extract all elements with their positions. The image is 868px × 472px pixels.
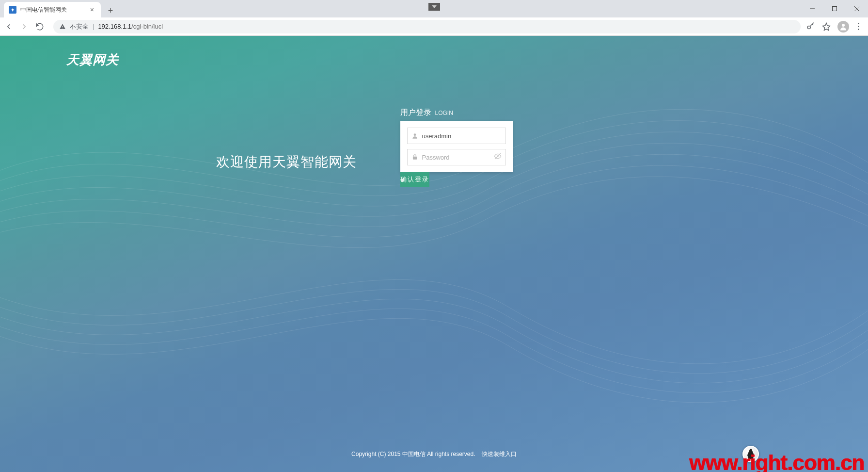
- welcome-heading: 欢迎使用天翼智能网关: [216, 124, 357, 171]
- lock-icon: [408, 154, 422, 161]
- toggle-password-visibility-icon[interactable]: [494, 152, 502, 162]
- nav-forward-icon[interactable]: [19, 22, 29, 32]
- tab-title: 中国电信智能网关: [20, 6, 67, 14]
- browser-tab[interactable]: ✦ 中国电信智能网关 ×: [4, 2, 101, 17]
- url-path: /cgi-bin/luci: [131, 23, 163, 30]
- svg-rect-1: [833, 7, 837, 11]
- user-icon: [408, 132, 422, 139]
- brand-text: 天翼网关: [66, 51, 119, 68]
- url-host: 192.168.1.1: [98, 23, 131, 30]
- svg-point-8: [413, 133, 416, 136]
- insecure-warning-icon: [59, 23, 66, 30]
- login-title: 用户登录 LOGIN: [400, 108, 513, 118]
- svg-rect-4: [62, 26, 63, 27]
- password-row: [407, 149, 506, 165]
- page-body: 天翼网关 欢迎使用天翼智能网关 用户登录 LOGIN: [0, 36, 868, 472]
- footer-copyright: Copyright (C) 2015 中国电信 All rights reser…: [351, 451, 475, 457]
- watermark-text: www.right.com.cn: [689, 451, 864, 472]
- browser-tab-strip: ✦ 中国电信智能网关 × +: [0, 0, 868, 17]
- username-row: [407, 128, 506, 144]
- new-tab-button[interactable]: +: [104, 4, 117, 17]
- svg-rect-5: [62, 28, 63, 28]
- footer-quick-link[interactable]: 快速装维入口: [482, 451, 517, 457]
- password-input[interactable]: [422, 149, 505, 165]
- svg-rect-9: [412, 157, 416, 160]
- browser-menu-icon[interactable]: [856, 21, 861, 32]
- bookmark-star-icon[interactable]: [822, 22, 831, 31]
- login-panel: 用户登录 LOGIN: [400, 108, 513, 187]
- background-waves: [0, 36, 868, 472]
- svg-point-6: [807, 26, 810, 29]
- password-key-icon[interactable]: [806, 22, 815, 31]
- close-tab-icon[interactable]: ×: [88, 5, 96, 15]
- insecure-label: 不安全: [70, 22, 89, 31]
- profile-avatar-icon[interactable]: [837, 21, 849, 33]
- brand-logo: 天翼网关: [66, 51, 119, 68]
- login-title-cn: 用户登录: [400, 108, 431, 118]
- window-minimize-icon[interactable]: [801, 1, 823, 16]
- browser-toolbar: 不安全 | 192.168.1.1/cgi-bin/luci: [0, 17, 868, 36]
- toolbar-right: [806, 21, 864, 33]
- tab-search-handle[interactable]: [428, 3, 440, 11]
- nav-reload-icon[interactable]: [35, 22, 45, 32]
- svg-point-7: [842, 24, 845, 27]
- tab-favicon: ✦: [9, 6, 16, 14]
- address-separator: |: [93, 23, 94, 30]
- login-card: [400, 121, 513, 172]
- login-submit-button[interactable]: 确认登录: [400, 172, 429, 187]
- login-title-en: LOGIN: [435, 110, 453, 116]
- username-input[interactable]: [422, 128, 505, 144]
- address-bar[interactable]: 不安全 | 192.168.1.1/cgi-bin/luci: [53, 20, 801, 33]
- window-maximize-icon[interactable]: [823, 1, 846, 16]
- window-close-icon[interactable]: [846, 1, 868, 16]
- window-controls: [801, 0, 868, 17]
- nav-back-icon[interactable]: [4, 22, 14, 32]
